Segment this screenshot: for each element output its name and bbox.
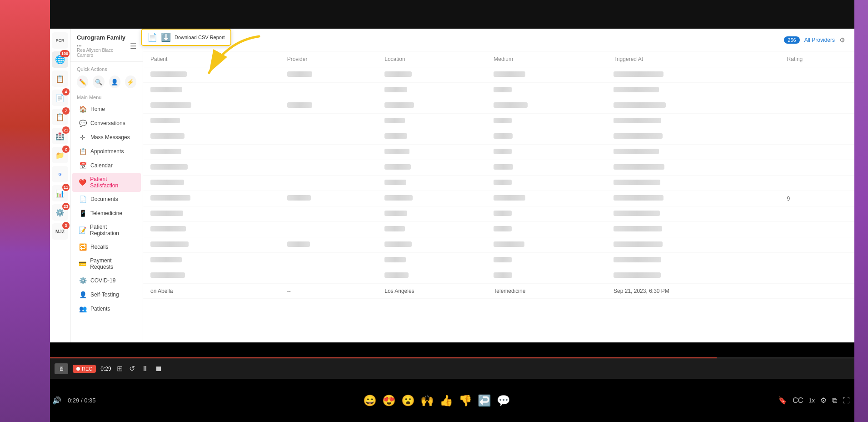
emoji-thumbs-down[interactable]: 👎	[459, 394, 472, 407]
filter-settings-icon[interactable]: ⚙	[839, 36, 845, 44]
cell-location	[377, 206, 486, 222]
sidebar-item-telemedicine[interactable]: 📱 Telemedicine	[72, 206, 141, 220]
cell-provider	[280, 114, 377, 129]
cell-triggered-at	[606, 206, 780, 222]
cell-rating	[780, 206, 854, 222]
grid-view-button[interactable]: ⊞	[116, 363, 124, 374]
icon-strip-item-5[interactable]: 📋 7	[52, 109, 68, 125]
cell-rating	[780, 176, 854, 191]
self-testing-label: Self-Testing	[90, 291, 119, 298]
sidebar-item-recalls[interactable]: 🔁 Recalls	[72, 240, 141, 254]
emoji-surprised[interactable]: 😮	[401, 394, 415, 407]
cell-triggered-at	[606, 191, 780, 206]
right-decoration-bar	[854, 0, 868, 422]
topbar-right: 256 All Providers ⚙	[784, 36, 845, 44]
table-scroll-area[interactable]: Patient Provider Location Medium Trigger…	[143, 51, 854, 342]
csv-file-icon: 📄	[147, 32, 157, 42]
cell-provider	[280, 206, 377, 222]
sidebar-item-self-testing[interactable]: 👤 Self-Testing	[72, 288, 141, 301]
stop-recording-button[interactable]: ⏹	[154, 364, 163, 374]
undo-button[interactable]: ↺	[128, 363, 136, 374]
icon-strip-item-10[interactable]: ⚙️ 23	[52, 204, 68, 221]
sidebar-item-patient-registration[interactable]: 📝 Patient Registration	[72, 221, 141, 240]
col-rating: Rating	[780, 51, 854, 67]
documents-label: Documents	[90, 196, 118, 202]
cell-rating: 9	[780, 191, 854, 206]
emoji-reply[interactable]: ↩️	[478, 394, 491, 407]
filter-icon[interactable]: ⚡	[125, 75, 136, 88]
cell-location	[377, 160, 486, 176]
app-icon-strip: PCR 🌐 100 📋 📄 4 📋 7 🏥 21 📁 2 G 📊 11 ⚙️ 2…	[50, 29, 70, 342]
search-icon[interactable]: 🔍	[93, 75, 104, 88]
settings-button[interactable]: ⚙	[820, 396, 827, 405]
user-add-icon[interactable]: 👤	[109, 75, 120, 88]
icon-strip-item-4[interactable]: 📄 4	[52, 90, 68, 106]
rec-indicator	[76, 367, 80, 371]
rec-button[interactable]: REC	[73, 365, 96, 373]
pause-recording-button[interactable]: ⏸	[140, 364, 150, 374]
cell-medium	[486, 253, 606, 268]
cell-rating	[780, 114, 854, 129]
fullscreen-button[interactable]: ⛶	[843, 397, 850, 405]
sidebar-item-home[interactable]: 🏠 Home	[72, 102, 141, 116]
cell-location	[377, 67, 486, 83]
emoji-raised-hands[interactable]: 🙌	[420, 394, 434, 407]
emoji-chat[interactable]: 💬	[497, 394, 510, 407]
volume-button[interactable]: 🔊	[52, 396, 61, 405]
sidebar-user-name: Rea Allyson Biaco Carnero	[77, 48, 130, 58]
conversations-label: Conversations	[90, 120, 125, 126]
icon-strip-item-6[interactable]: 🏥 21	[52, 128, 68, 144]
recalls-icon: 🔁	[79, 243, 87, 251]
table-row	[143, 114, 854, 129]
table-row	[143, 129, 854, 145]
icon-strip-item-9[interactable]: 📊 11	[52, 185, 68, 201]
sidebar-item-patients[interactable]: 👥 Patients	[72, 302, 141, 316]
screen-record-icon[interactable]: 🖥	[55, 363, 68, 374]
icon-strip-item-mjz[interactable]: MJZ3	[52, 223, 68, 240]
emoji-thumbs-up[interactable]: 👍	[439, 394, 453, 407]
patient-satisfaction-label: Patient Satisfaction	[90, 176, 135, 189]
top-black-bar	[50, 0, 854, 29]
sidebar-item-documents[interactable]: 📄 Documents	[72, 192, 141, 206]
playback-speed: 1x	[808, 397, 815, 404]
table-row	[143, 145, 854, 160]
icon-strip-item-2[interactable]: 🌐 100	[52, 51, 68, 68]
hamburger-menu-icon[interactable]: ☰	[130, 42, 136, 50]
sidebar-item-conversations[interactable]: 💬 Conversations	[72, 116, 141, 130]
cell-patient	[143, 129, 280, 145]
icon-strip-pcr[interactable]: PCR	[52, 32, 68, 49]
captions-button[interactable]: CC	[793, 397, 803, 405]
bookmark-button[interactable]: 🔖	[778, 396, 787, 405]
cell-medium	[486, 237, 606, 253]
pip-button[interactable]: ⧉	[832, 397, 837, 405]
patient-satisfaction-icon: ❤️	[79, 179, 86, 186]
emoji-reaction-section: 😄 😍 😮 🙌 👍 👎 ↩️ 💬	[363, 394, 510, 407]
cell-location	[377, 237, 486, 253]
cell-medium	[486, 176, 606, 191]
all-providers-link[interactable]: All Providers	[804, 37, 835, 43]
icon-strip-item-7[interactable]: 📁 2	[52, 147, 68, 163]
sidebar-item-appointments[interactable]: 📋 Appointments	[72, 145, 141, 158]
sidebar-item-payment-requests[interactable]: 💳 Payment Requests	[72, 254, 141, 273]
icon-strip-item-3[interactable]: 📋	[52, 70, 68, 87]
sidebar-item-calendar[interactable]: 📅 Calendar	[72, 159, 141, 172]
compose-icon[interactable]: ✏️	[77, 75, 88, 88]
cell-location	[377, 83, 486, 98]
cell-provider	[280, 237, 377, 253]
cell-rating	[780, 268, 854, 284]
emoji-heart-eyes[interactable]: 😍	[382, 394, 396, 407]
sidebar-item-patient-satisfaction[interactable]: ❤️ Patient Satisfaction	[72, 173, 141, 192]
cell-location	[377, 253, 486, 268]
icon-strip-item-google[interactable]: G	[52, 166, 68, 182]
cell-rating	[780, 83, 854, 98]
emoji-grin[interactable]: 😄	[363, 394, 377, 407]
table-row	[143, 268, 854, 284]
cell-rating	[780, 129, 854, 145]
sidebar-item-mass-messages[interactable]: ✛ Mass Messages	[72, 131, 141, 144]
cell-rating	[780, 145, 854, 160]
cell-triggered-at	[606, 114, 780, 129]
sidebar-item-covid19[interactable]: ⚙️ COVID-19	[72, 274, 141, 287]
cell-patient-last: on Abella	[143, 284, 280, 299]
mass-messages-icon: ✛	[79, 134, 87, 141]
cell-location	[377, 268, 486, 284]
